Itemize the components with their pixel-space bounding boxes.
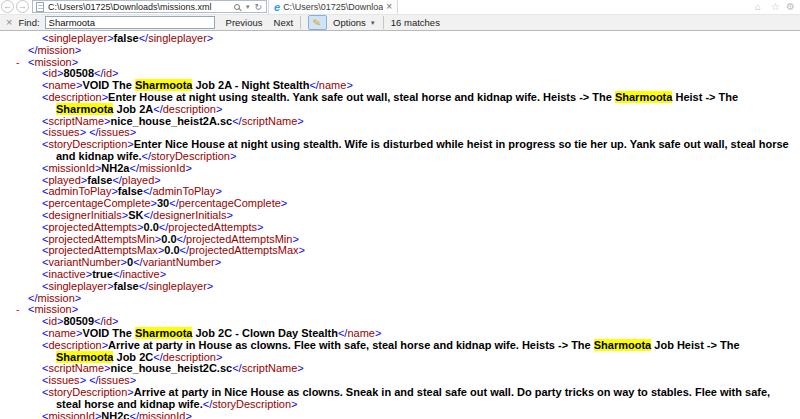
xml-bracket: > — [185, 410, 191, 419]
xml-text: nice_house_heist2A.sc — [111, 115, 233, 127]
xml-text: NH2c — [101, 410, 129, 419]
xml-tag-name: scriptName — [242, 115, 298, 127]
xml-text: VOID The — [82, 327, 135, 339]
highlight-all-button[interactable]: ✎ — [308, 15, 327, 30]
xml-tag-name: singleplayer — [148, 280, 207, 292]
xml-text: VOID The — [82, 79, 135, 91]
browser-tab[interactable]: e C:\Users\01725\Downloads... × — [268, 0, 398, 14]
xml-bracket: </ — [153, 351, 162, 363]
xml-tag-name: mission — [37, 44, 74, 56]
xml-bracket: > — [216, 351, 222, 363]
forward-button[interactable]: → — [16, 0, 29, 13]
search-highlight: Sharmoota — [135, 327, 192, 339]
xml-tag-name: variantNumber — [143, 256, 215, 268]
xml-bracket: </ — [180, 244, 189, 256]
xml-bracket: </ — [94, 67, 103, 79]
xml-tag-name: singleplayer — [48, 32, 107, 44]
xml-bracket: </ — [338, 327, 347, 339]
page-icon — [36, 2, 44, 12]
xml-bracket: </ — [129, 410, 138, 419]
close-icon[interactable]: × — [6, 17, 12, 28]
xml-tag-name: name — [48, 79, 76, 91]
xml-bracket: </ — [113, 268, 122, 280]
xml-text: 30 — [157, 197, 169, 209]
chevron-down-icon[interactable]: ▾ — [246, 3, 250, 11]
xml-tag-name: singleplayer — [148, 32, 207, 44]
tab-title[interactable]: C:\Users\01725\Downloads... — [283, 2, 383, 12]
divider — [383, 16, 384, 29]
xml-text: Arrive at party in House as clowns. Flee… — [108, 339, 594, 351]
xml-tag-name: name — [347, 327, 375, 339]
xml-bracket: </ — [89, 126, 98, 138]
xml-tag-name: scriptName — [242, 362, 298, 374]
xml-text: Job 2A - Night Stealth — [192, 79, 309, 91]
options-label: Options — [333, 17, 366, 28]
favorites-icon[interactable]: ☆ — [771, 1, 780, 13]
xml-tag-name: missionId — [139, 162, 185, 174]
xml-bracket: > — [112, 67, 118, 79]
xml-tag-name: storyDescription — [212, 398, 291, 410]
xml-tag-name: variantNumber — [48, 256, 120, 268]
xml-tag-name: issues — [99, 374, 130, 386]
home-icon[interactable]: ⌂ — [755, 1, 761, 13]
tab-close-icon[interactable]: × — [386, 2, 392, 12]
xml-bracket: </ — [94, 315, 103, 327]
xml-line: </mission> — [0, 293, 800, 305]
xml-bracket: > — [299, 244, 305, 256]
xml-line: <missionId>NH2c</missionId> — [0, 411, 800, 419]
xml-tag-name: percentageComplete — [48, 197, 150, 209]
collapse-toggle[interactable]: - — [16, 57, 20, 69]
xml-tag-name: projectedAttemptsMin — [48, 233, 154, 245]
xml-line: </mission> — [0, 45, 800, 57]
xml-text: false — [114, 280, 139, 292]
search-highlight: Sharmoota — [594, 339, 651, 351]
next-button[interactable]: Next — [274, 17, 294, 28]
xml-tag-name: issues — [48, 126, 79, 138]
previous-button[interactable]: Previous — [226, 17, 263, 28]
xml-tag-name: projectedAttemptsMax — [189, 244, 298, 256]
xml-text: NH2a — [101, 162, 129, 174]
xml-bracket: > — [112, 315, 118, 327]
divider — [300, 16, 301, 29]
xml-tag-name: issues — [48, 374, 79, 386]
xml-line: <singleplayer>false</singleplayer> — [0, 33, 800, 45]
xml-bracket: </ — [133, 256, 142, 268]
xml-tag-name: scriptName — [48, 115, 104, 127]
xml-bracket: > — [75, 44, 81, 56]
xml-bracket: > — [230, 150, 236, 162]
xml-bracket: </ — [142, 150, 151, 162]
gear-icon[interactable]: ⚙ — [786, 1, 795, 13]
search-highlight: Sharmoota — [615, 91, 672, 103]
find-input[interactable] — [45, 16, 215, 29]
xml-bracket: </ — [232, 115, 241, 127]
xml-text: false — [114, 32, 139, 44]
xml-tag-name: projectedAttempts — [48, 221, 137, 233]
xml-tag-name: designerInitials — [153, 209, 226, 221]
xml-tag-name: projectedAttemptsMin — [186, 233, 292, 245]
xml-text: true — [92, 268, 113, 280]
collapse-toggle[interactable]: - — [16, 304, 20, 316]
browser-window: ← → C:\Users\01725\Downloads\missions.xm… — [0, 0, 800, 419]
xml-bracket: </ — [153, 103, 162, 115]
back-button[interactable]: ← — [1, 0, 14, 13]
xml-bracket: </ — [203, 398, 212, 410]
search-icon[interactable] — [234, 4, 240, 10]
refresh-icon[interactable]: ↻ — [254, 2, 262, 12]
match-count: 16 matches — [391, 17, 440, 28]
xml-bracket: </ — [177, 233, 186, 245]
options-button[interactable]: Options ▼ — [333, 17, 376, 28]
xml-line: <description>Enter House at night using … — [0, 92, 800, 116]
xml-text: false — [87, 174, 112, 186]
xml-tag-name: id — [104, 315, 113, 327]
find-label: Find: — [18, 17, 39, 28]
xml-bracket: > — [297, 362, 303, 374]
xml-bracket: > — [292, 233, 298, 245]
xml-line: <description>Arrive at party in House as… — [0, 340, 800, 364]
address-bar[interactable]: C:\Users\01725\Downloads\missions.xml ▾ … — [32, 0, 267, 13]
xml-tag-name: played — [48, 174, 80, 186]
address-url[interactable]: C:\Users\01725\Downloads\missions.xml — [48, 2, 231, 12]
xml-text: 80508 — [63, 67, 94, 79]
xml-tag-name: description — [48, 339, 101, 351]
xml-text: Arrive at party in Nice House as clowns.… — [56, 386, 773, 410]
xml-tag-name: description — [163, 351, 216, 363]
